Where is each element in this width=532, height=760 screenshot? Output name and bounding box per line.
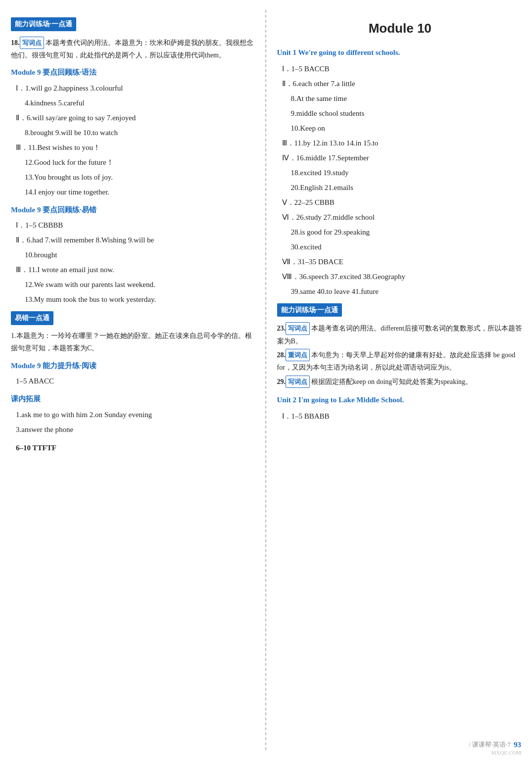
r2-l1: Ⅱ．6.each other 7.a little (282, 77, 524, 91)
easy-s3-l3: 13.My mum took the bus to work yesterday… (25, 293, 256, 306)
unit1-title: Unit 1 We're going to different schools. (277, 47, 524, 59)
r28-tag: 重词点 (286, 349, 310, 361)
r2-l2: 8.At the same time (291, 92, 524, 105)
r4-l3: 20.English 21.emails (291, 181, 524, 194)
ability-header-right: 能力训练场·一点通 (277, 303, 524, 321)
r4-l2: 18.excited 19.study (291, 166, 524, 180)
grammar-s3-l1: Ⅲ．11.Best wishes to you！ (16, 141, 256, 154)
easy-error-box-label: 易错一点通 (11, 311, 53, 325)
grammar-s3-l4: 14.I enjoy our time together. (25, 186, 256, 199)
grammar-s3-l2: 12.Good luck for the future！ (25, 156, 256, 169)
ability-box-label-right: 能力训练场·一点通 (277, 303, 342, 317)
ru1-l1: Ⅰ．1–5 BBABB (282, 410, 524, 423)
r4-l1: Ⅳ．16.middle 17.September (282, 151, 524, 165)
inner-expand-title: 课内拓展 (11, 393, 256, 406)
module9-ability-title: Module 9 能力提升练·阅读 (11, 360, 256, 373)
grammar-s1-l2: 4.kindness 5.careful (25, 96, 256, 110)
grammar-s1-l1: Ⅰ．1.will go 2.happiness 3.colourful (16, 82, 256, 95)
r8-l1: Ⅷ．36.speech 37.excited 38.Geography (282, 270, 524, 284)
easy-s2-l1: Ⅱ．6.had 7.will remember 8.Wishing 9.will… (16, 234, 256, 247)
easy-s3-l1: Ⅲ．11.I wrote an email just now. (16, 263, 256, 277)
unit2-title: Unit 2 I'm going to Lake Middle School. (277, 394, 524, 407)
easy-error-section: 易错一点通 (11, 311, 256, 328)
easy-s1-l1: Ⅰ．1–5 CBBBB (16, 219, 256, 232)
r7-l1: Ⅶ．31–35 DBACE (282, 255, 524, 269)
item18-tag: 写词点 (20, 37, 44, 49)
module-title: Module 10 (277, 17, 524, 39)
r1-l1: Ⅰ．1–5 BACCB (282, 62, 524, 76)
ability-header-left: 能力训练场·一点通 (11, 17, 256, 35)
r23-note: 23.写词点本题考查名词的用法。different后接可数名词的复数形式，所以本… (277, 322, 524, 347)
grammar-s2-l1: Ⅱ．6.will say/are going to say 7.enjoyed (16, 111, 256, 125)
grammar-s2-l2: 8.brought 9.will be 10.to watch (25, 126, 256, 140)
r23-tag: 写词点 (286, 322, 310, 334)
r6-l2: 28.is good for 29.speaking (291, 226, 524, 239)
r6-l1: Ⅵ．26.study 27.middle school (282, 211, 524, 224)
expand-line1: 1.ask me to go with him 2.on Sunday even… (16, 408, 256, 422)
grammar-s3-l3: 13.You brought us lots of joy. (25, 171, 256, 184)
r2-l4: 10.Keep on (291, 122, 524, 135)
item18: 18.写词点本题考查代词的用法。本题意为：坎米和萨姆是我的朋友。我很想念他们。很… (11, 37, 256, 62)
module9-easy-title: Module 9 要点回顾练·易错 (11, 204, 256, 217)
ability-box-label-left: 能力训练场·一点通 (11, 17, 76, 31)
r28-note: 28.重词点本句意为：每天早上早起对你的健康有好处。故此处应选择 be good… (277, 349, 524, 374)
left-column: 能力训练场·一点通 18.写词点本题考查代词的用法。本题意为：坎米和萨姆是我的朋… (0, 10, 266, 750)
r29-note: 29.写词点根据固定搭配keep on doing可知此处答案为speaking… (277, 376, 524, 388)
r6-l3: 30.excited (291, 240, 524, 254)
r8-l2: 39.same 40.to leave 41.future (291, 285, 524, 298)
module9-grammar-title: Module 9 要点回顾练·语法 (11, 66, 256, 79)
r2-l3: 9.middle school students (291, 107, 524, 120)
watermark: MXQE.COM (491, 748, 521, 758)
easy-s2-l2: 10.brought (25, 248, 256, 262)
six-ten-line: 6–10 TTFTF (16, 441, 256, 455)
r3-l1: Ⅲ．11.by 12.in 13.to 14.in 15.to (282, 137, 524, 150)
easy-s3-l2: 12.We swam with our parents last weekend… (25, 278, 256, 291)
expand-line2: 3.answer the phone (16, 423, 256, 436)
yicuo-text1: 1.本题意为：一玲玲在哪里？一她在她的卧室。她正在读来自总司令学的信。根据句意可… (11, 330, 256, 354)
ability-answers: 1–5 ABACC (16, 375, 256, 388)
right-column: Module 10 Unit 1 We're going to differen… (266, 10, 532, 750)
r5-l1: Ⅴ．22–25 CBBB (282, 196, 524, 209)
r29-tag: 写词点 (286, 376, 310, 388)
